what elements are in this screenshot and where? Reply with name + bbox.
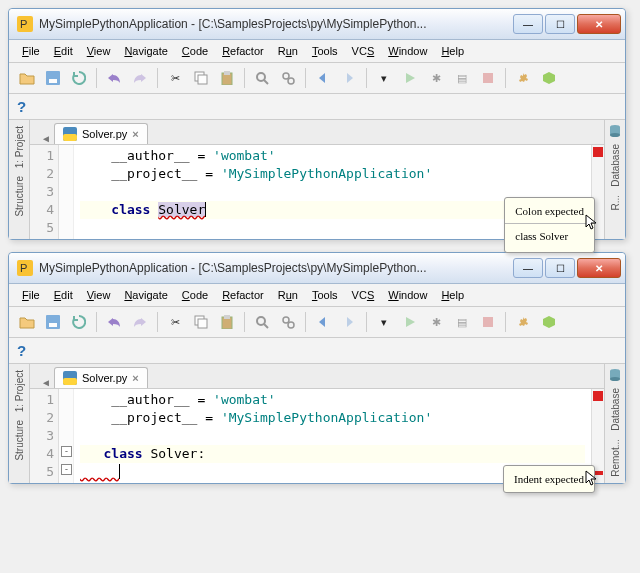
code-lines[interactable]: __author__ = 'wombat' __project__ = 'MyS… bbox=[74, 389, 591, 483]
menu-refactor[interactable]: Refactor bbox=[215, 286, 271, 304]
tool-structure[interactable]: Structure bbox=[14, 174, 25, 219]
close-button[interactable]: ✕ bbox=[577, 14, 621, 34]
replace-icon[interactable] bbox=[276, 66, 300, 90]
menu-help[interactable]: Help bbox=[434, 286, 471, 304]
tab-close-icon[interactable]: × bbox=[132, 372, 138, 384]
menu-tools[interactable]: Tools bbox=[305, 42, 345, 60]
file-tab[interactable]: Solver.py × bbox=[54, 367, 148, 388]
fold-column[interactable]: - - bbox=[59, 389, 74, 483]
fold-end-icon[interactable]: - bbox=[61, 464, 72, 475]
error-marker[interactable] bbox=[593, 147, 603, 157]
run-icon[interactable] bbox=[398, 66, 422, 90]
database-icon[interactable] bbox=[608, 368, 622, 382]
find-icon[interactable] bbox=[250, 66, 274, 90]
save-icon[interactable] bbox=[41, 310, 65, 334]
right-sidebar[interactable]: Database R... bbox=[604, 120, 625, 239]
ide-window-2: P MySimplePythonApplication - [C:\Sample… bbox=[8, 252, 626, 484]
maximize-button[interactable]: ☐ bbox=[545, 258, 575, 278]
code-editor[interactable]: 12345 __author__ = 'wombat' __project__ … bbox=[30, 145, 604, 239]
copy-icon[interactable] bbox=[189, 66, 213, 90]
cut-icon[interactable]: ✂ bbox=[163, 310, 187, 334]
stop-icon[interactable] bbox=[476, 310, 500, 334]
file-tab[interactable]: Solver.py × bbox=[54, 123, 148, 144]
nodejs-icon[interactable] bbox=[537, 310, 561, 334]
minimize-button[interactable]: — bbox=[513, 258, 543, 278]
find-icon[interactable] bbox=[250, 310, 274, 334]
menu-help[interactable]: Help bbox=[434, 42, 471, 60]
refresh-icon[interactable] bbox=[67, 310, 91, 334]
paste-icon[interactable] bbox=[215, 310, 239, 334]
tab-scroll-left-icon[interactable]: ◄ bbox=[38, 377, 54, 388]
nodejs-icon[interactable] bbox=[537, 66, 561, 90]
open-icon[interactable] bbox=[15, 66, 39, 90]
tool-structure[interactable]: Structure bbox=[14, 418, 25, 463]
tab-scroll-left-icon[interactable]: ◄ bbox=[38, 133, 54, 144]
tool-database[interactable]: Database bbox=[610, 142, 621, 189]
menu-navigate[interactable]: Navigate bbox=[117, 286, 174, 304]
code-lines[interactable]: __author__ = 'wombat' __project__ = 'MyS… bbox=[74, 145, 591, 239]
back-icon[interactable] bbox=[311, 310, 335, 334]
menu-run[interactable]: Run bbox=[271, 286, 305, 304]
open-icon[interactable] bbox=[15, 310, 39, 334]
forward-icon[interactable] bbox=[337, 66, 361, 90]
menu-refactor[interactable]: Refactor bbox=[215, 42, 271, 60]
minimize-button[interactable]: — bbox=[513, 14, 543, 34]
tool-database[interactable]: Database bbox=[610, 386, 621, 433]
replace-icon[interactable] bbox=[276, 310, 300, 334]
close-button[interactable]: ✕ bbox=[577, 258, 621, 278]
tool-remote[interactable]: R... bbox=[610, 193, 621, 213]
menu-view[interactable]: View bbox=[80, 42, 118, 60]
menu-file[interactable]: File bbox=[15, 42, 47, 60]
cut-icon[interactable]: ✂ bbox=[163, 66, 187, 90]
fold-toggle-icon[interactable]: - bbox=[61, 446, 72, 457]
menu-vcs[interactable]: VCS bbox=[345, 42, 382, 60]
titlebar[interactable]: P MySimplePythonApplication - [C:\Sample… bbox=[9, 9, 625, 40]
menu-navigate[interactable]: Navigate bbox=[117, 42, 174, 60]
forward-icon[interactable] bbox=[337, 310, 361, 334]
copy-icon[interactable] bbox=[189, 310, 213, 334]
right-sidebar[interactable]: Database Remot... bbox=[604, 364, 625, 483]
tool-remote[interactable]: Remot... bbox=[610, 437, 621, 479]
redo-icon[interactable] bbox=[128, 66, 152, 90]
help-row[interactable]: ? bbox=[9, 338, 625, 364]
back-icon[interactable] bbox=[311, 66, 335, 90]
menu-code[interactable]: Code bbox=[175, 286, 215, 304]
menu-vcs[interactable]: VCS bbox=[345, 286, 382, 304]
help-row[interactable]: ? bbox=[9, 94, 625, 120]
menu-view[interactable]: View bbox=[80, 286, 118, 304]
stop-icon[interactable] bbox=[476, 66, 500, 90]
coverage-icon[interactable]: ▤ bbox=[450, 66, 474, 90]
debug-icon[interactable]: ✱ bbox=[424, 310, 448, 334]
tool-project[interactable]: 1: Project bbox=[14, 368, 25, 414]
coverage-icon[interactable]: ▤ bbox=[450, 310, 474, 334]
left-sidebar[interactable]: 1: Project Structure bbox=[9, 120, 30, 239]
titlebar[interactable]: P MySimplePythonApplication - [C:\Sample… bbox=[9, 253, 625, 284]
tab-close-icon[interactable]: × bbox=[132, 128, 138, 140]
menu-tools[interactable]: Tools bbox=[305, 286, 345, 304]
error-marker[interactable] bbox=[593, 391, 603, 401]
undo-icon[interactable] bbox=[102, 310, 126, 334]
menu-edit[interactable]: Edit bbox=[47, 286, 80, 304]
left-sidebar[interactable]: 1: Project Structure bbox=[9, 364, 30, 483]
settings-icon[interactable] bbox=[511, 66, 535, 90]
run-icon[interactable] bbox=[398, 310, 422, 334]
settings-icon[interactable] bbox=[511, 310, 535, 334]
refresh-icon[interactable] bbox=[67, 66, 91, 90]
menu-file[interactable]: File bbox=[15, 286, 47, 304]
menu-window[interactable]: Window bbox=[381, 286, 434, 304]
redo-icon[interactable] bbox=[128, 310, 152, 334]
paste-icon[interactable] bbox=[215, 66, 239, 90]
menu-code[interactable]: Code bbox=[175, 42, 215, 60]
save-icon[interactable] bbox=[41, 66, 65, 90]
undo-icon[interactable] bbox=[102, 66, 126, 90]
code-editor[interactable]: 12345 - - __author__ = 'wombat' __projec… bbox=[30, 389, 604, 483]
menu-edit[interactable]: Edit bbox=[47, 42, 80, 60]
menu-run[interactable]: Run bbox=[271, 42, 305, 60]
tool-project[interactable]: 1: Project bbox=[14, 124, 25, 170]
run-config-icon[interactable]: ▾ bbox=[372, 310, 396, 334]
database-icon[interactable] bbox=[608, 124, 622, 138]
run-config-icon[interactable]: ▾ bbox=[372, 66, 396, 90]
maximize-button[interactable]: ☐ bbox=[545, 14, 575, 34]
menu-window[interactable]: Window bbox=[381, 42, 434, 60]
debug-icon[interactable]: ✱ bbox=[424, 66, 448, 90]
